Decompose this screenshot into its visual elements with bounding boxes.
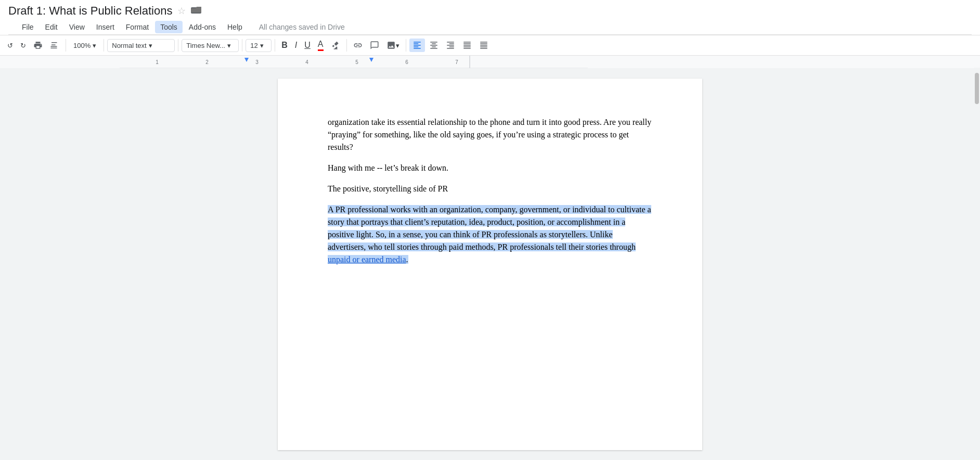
image-drop-icon: ▾ bbox=[396, 42, 399, 49]
para-2-text: Hang with me -- let’s break it down. bbox=[328, 163, 448, 172]
doc-page: organization take its essential relation… bbox=[278, 79, 702, 450]
highlight-button[interactable] bbox=[328, 39, 343, 52]
zoom-value: 100% bbox=[73, 42, 91, 49]
menu-insert[interactable]: Insert bbox=[91, 21, 120, 33]
style-drop-icon: ▾ bbox=[149, 42, 152, 49]
divider-7 bbox=[406, 39, 406, 52]
doc-title: Draft 1: What is Public Relations bbox=[8, 4, 172, 18]
font-size-dropdown[interactable]: 12 ▾ bbox=[246, 39, 272, 52]
link-button[interactable] bbox=[350, 39, 366, 52]
ruler: // Can't use script here, inline static … bbox=[0, 56, 980, 68]
align-center-button[interactable] bbox=[426, 39, 442, 52]
style-value: Normal text bbox=[112, 42, 146, 49]
svg-text:4: 4 bbox=[305, 59, 308, 65]
divider-4 bbox=[242, 39, 242, 52]
zoom-drop-icon: ▾ bbox=[93, 42, 96, 49]
font-size-drop-icon: ▾ bbox=[260, 42, 264, 49]
paragraph-4: A PR professional works with an organiza… bbox=[328, 203, 652, 266]
save-status: All changes saved in Drive bbox=[259, 23, 345, 31]
font-size-value: 12 bbox=[250, 42, 257, 49]
para-1-text: organization take its essential relation… bbox=[328, 118, 651, 151]
svg-text:2: 2 bbox=[205, 59, 209, 65]
undo-button[interactable]: ↺ bbox=[4, 40, 16, 52]
divider-5 bbox=[275, 39, 275, 52]
divider-1 bbox=[66, 39, 66, 52]
comment-button[interactable] bbox=[367, 39, 382, 52]
divider-3 bbox=[178, 39, 178, 52]
svg-text:6: 6 bbox=[405, 59, 408, 65]
menu-addons[interactable]: Add-ons bbox=[184, 21, 221, 33]
para-4-period: . bbox=[406, 255, 408, 264]
paragraph-2: Hang with me -- let’s break it down. bbox=[328, 162, 652, 174]
toolbar: ↺ ↻ 100% ▾ Normal text ▾ Times New... ▾ … bbox=[0, 35, 980, 56]
redo-button[interactable]: ↻ bbox=[17, 40, 29, 52]
paint-format-button[interactable] bbox=[47, 39, 62, 52]
svg-rect-11 bbox=[469, 56, 470, 68]
svg-text:1: 1 bbox=[156, 59, 159, 65]
menu-tools[interactable]: Tools bbox=[155, 21, 183, 33]
more-button[interactable] bbox=[476, 39, 492, 52]
menu-bar: File Edit View Insert Format Tools Add-o… bbox=[8, 20, 972, 35]
document-area: organization take its essential relation… bbox=[0, 68, 980, 460]
menu-help[interactable]: Help bbox=[222, 21, 248, 33]
print-button[interactable] bbox=[30, 39, 46, 52]
svg-text:3: 3 bbox=[255, 59, 259, 65]
underline-button[interactable]: U bbox=[301, 39, 314, 52]
paragraph-3: The positive, storytelling side of PR bbox=[328, 183, 652, 195]
font-value: Times New... bbox=[186, 42, 225, 49]
para-5-text bbox=[328, 276, 330, 285]
image-button[interactable]: ▾ bbox=[383, 39, 403, 52]
font-dropdown[interactable]: Times New... ▾ bbox=[182, 39, 239, 52]
menu-file[interactable]: File bbox=[17, 21, 39, 33]
paragraph-5 bbox=[328, 274, 652, 287]
text-color-label: A bbox=[318, 40, 324, 51]
para-3-text: The positive, storytelling side of PR bbox=[328, 184, 448, 193]
align-justify-button[interactable] bbox=[459, 39, 475, 52]
menu-format[interactable]: Format bbox=[121, 21, 154, 33]
folder-icon[interactable] bbox=[191, 6, 201, 17]
font-drop-icon: ▾ bbox=[227, 42, 231, 49]
align-left-button[interactable] bbox=[409, 39, 425, 52]
divider-6 bbox=[346, 39, 347, 52]
svg-marker-9 bbox=[244, 58, 249, 62]
scrollbar-thumb[interactable] bbox=[975, 73, 979, 104]
bold-button[interactable]: B bbox=[278, 39, 291, 52]
paragraph-1: organization take its essential relation… bbox=[328, 116, 652, 154]
star-icon[interactable]: ☆ bbox=[177, 5, 186, 17]
divider-2 bbox=[104, 39, 104, 52]
style-dropdown[interactable]: Normal text ▾ bbox=[107, 39, 175, 52]
text-color-button[interactable]: A bbox=[315, 37, 327, 53]
para-4-link[interactable]: unpaid or earned media bbox=[328, 255, 406, 264]
menu-edit[interactable]: Edit bbox=[40, 21, 63, 33]
zoom-dropdown[interactable]: 100% ▾ bbox=[69, 40, 100, 52]
svg-text:5: 5 bbox=[355, 59, 358, 65]
scrollbar[interactable] bbox=[974, 68, 980, 460]
svg-text:7: 7 bbox=[455, 59, 458, 65]
para-4-selected-main: A PR professional works with an organiza… bbox=[328, 205, 651, 251]
align-right-button[interactable] bbox=[443, 39, 458, 52]
menu-view[interactable]: View bbox=[64, 21, 90, 33]
svg-marker-10 bbox=[369, 58, 373, 62]
italic-button[interactable]: I bbox=[292, 39, 300, 52]
